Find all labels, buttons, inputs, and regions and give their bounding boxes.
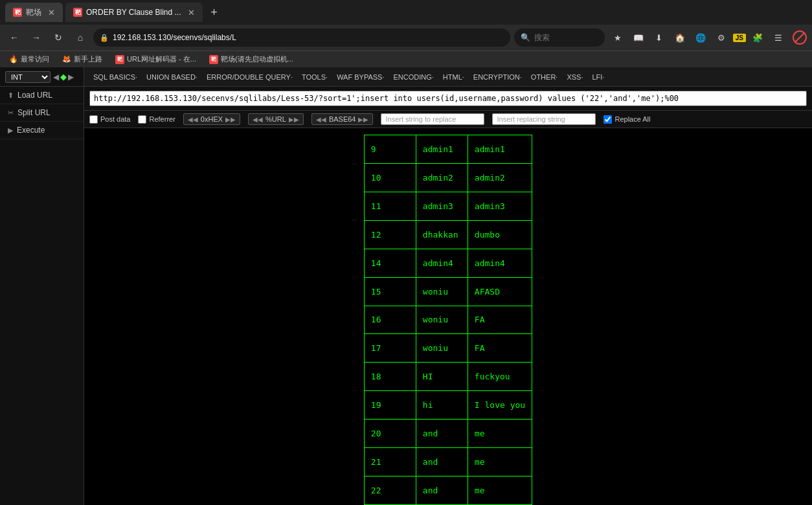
tab-1-close[interactable]: ✕	[48, 8, 55, 17]
tab-2[interactable]: 靶 ORDER BY Clause Blind ... ✕	[65, 3, 203, 22]
post-data-checkbox[interactable]	[89, 115, 98, 124]
type-select[interactable]: INT STRING BLIND	[5, 71, 51, 83]
toolbar-encoding[interactable]: ENCODING·	[390, 72, 438, 82]
table-row: 22andme	[364, 477, 532, 505]
blocked-icon	[793, 30, 807, 45]
toolbar-lfi[interactable]: LFI·	[588, 72, 608, 82]
tab-1-favicon: 靶	[13, 8, 22, 17]
nav-icons-right: ★ 📖 ⬇ 🏠 🌐 ⚙ JS 🧩 ☰	[609, 28, 807, 47]
table-row: 18HIfuckyou	[364, 363, 532, 391]
url-input[interactable]	[89, 91, 807, 106]
toolbar-xss[interactable]: XSS·	[563, 72, 587, 82]
toolbar-html[interactable]: HTML·	[439, 72, 468, 82]
table-cell-username: woniu	[416, 306, 468, 334]
table-cell-id: 14	[364, 249, 416, 277]
top-area: SQL BASICS· UNION BASED· ERROR/DOUBLE QU…	[84, 67, 812, 505]
table-row: 15woniuAFASD	[364, 277, 532, 306]
url-arrow-left: ◀◀	[253, 116, 263, 123]
execute-icon: ▶	[8, 126, 13, 135]
table-cell-password: me	[468, 420, 532, 448]
replace-all-checkbox[interactable]	[603, 115, 612, 124]
execute-area: Post data Referrer ◀◀ 0xHEX ▶▶ ◀◀ %URL ▶…	[84, 111, 812, 128]
bookmark-new-user[interactable]: 🦊 新手上路	[58, 53, 106, 65]
toolbar-sql-basics[interactable]: SQL BASICS·	[89, 72, 141, 82]
toolbar: SQL BASICS· UNION BASED· ERROR/DOUBLE QU…	[84, 67, 812, 87]
table-cell-password: admin1	[468, 135, 532, 164]
url-encode-btn[interactable]: ◀◀ %URL ▶▶	[248, 113, 304, 125]
table-cell-username: HI	[416, 363, 468, 391]
url-label: %URL	[265, 115, 286, 123]
bookmark-url-decoder[interactable]: 靶 URL网址解码器 - 在...	[111, 53, 200, 65]
table-cell-id: 16	[364, 306, 416, 334]
toolbar-tools[interactable]: TOOLS·	[298, 72, 332, 82]
replace-all-label: Replace All	[615, 115, 650, 123]
sidebar-arrows: ◀ ◆ ▶	[53, 72, 74, 82]
bookmarks-bar: 🔥 最常访问 🦊 新手上路 靶 URL网址解码器 - 在... 靶 靶场(请先启…	[0, 50, 812, 67]
bookmark-target-label: 靶场(请先启动虚拟机...	[221, 54, 293, 64]
referrer-checkbox-label[interactable]: Referrer	[138, 115, 175, 124]
toolbar-union-based[interactable]: UNION BASED·	[142, 72, 201, 82]
refresh-button[interactable]: ↻	[49, 28, 67, 47]
download-button[interactable]: ⬇	[650, 28, 668, 47]
load-url-icon: ⬆	[8, 91, 14, 100]
table-cell-password: me	[468, 477, 532, 505]
post-data-checkbox-label[interactable]: Post data	[89, 115, 130, 124]
base64-arrow-right: ▶▶	[358, 116, 368, 123]
diamond-icon: ◆	[60, 72, 67, 82]
forward-button[interactable]: →	[27, 28, 45, 47]
sidebar-item-split-url[interactable]: ✂ Split URL	[0, 104, 84, 122]
0xhex-arrow-right: ▶▶	[225, 116, 236, 123]
string-to-replace-input[interactable]	[381, 113, 484, 125]
tab-2-close[interactable]: ✕	[188, 8, 195, 17]
js-badge: JS	[733, 34, 746, 42]
sidebar-item-load-url-label: Load URL	[17, 91, 52, 100]
replace-all-checkbox-label[interactable]: Replace All	[603, 115, 650, 124]
sidebar-item-execute-label: Execute	[17, 126, 45, 135]
table-cell-password: admin2	[468, 163, 532, 192]
star-button[interactable]: ★	[609, 28, 627, 47]
table-cell-password: FA	[468, 334, 532, 363]
settings-button[interactable]: ⚙	[712, 28, 730, 47]
globe-button[interactable]: 🌐	[692, 28, 710, 47]
table-row: 9admin1admin1	[364, 135, 532, 164]
arrow-right[interactable]: ▶	[68, 72, 74, 82]
table-cell-id: 15	[364, 277, 416, 306]
home-button[interactable]: ⌂	[71, 28, 89, 47]
table-row: 20andme	[364, 420, 532, 448]
base64-encode-btn[interactable]: ◀◀ BASE64 ▶▶	[311, 113, 374, 125]
toolbar-other[interactable]: OTHER·	[527, 72, 562, 82]
table-cell-password: admin4	[468, 249, 532, 277]
new-tab-button[interactable]: +	[205, 3, 223, 21]
table-row: 21andme	[364, 448, 532, 477]
menu-button[interactable]: ☰	[769, 28, 787, 47]
table-row: 12dhakkandumbo	[364, 220, 532, 249]
toolbar-error-double[interactable]: ERROR/DOUBLE QUERY·	[203, 72, 297, 82]
tab-1[interactable]: 靶 靶场 ✕	[5, 3, 63, 22]
url-area	[84, 87, 812, 111]
bookmark-new-user-icon: 🦊	[62, 55, 71, 63]
toolbar-encryption[interactable]: ENCRYPTION·	[469, 72, 526, 82]
arrow-left[interactable]: ◀	[53, 72, 59, 82]
bookmark-most-visited[interactable]: 🔥 最常访问	[5, 53, 53, 65]
table-cell-id: 18	[364, 363, 416, 391]
tab-bar: 靶 靶场 ✕ 靶 ORDER BY Clause Blind ... ✕ +	[0, 0, 812, 25]
sidebar-item-load-url[interactable]: ⬆ Load URL	[0, 87, 84, 104]
sidebar-item-execute[interactable]: ▶ Execute	[0, 122, 84, 139]
address-input[interactable]	[113, 33, 504, 42]
search-bar-container: 🔍	[514, 28, 605, 47]
table-cell-password: FA	[468, 306, 532, 334]
bookmark-new-user-label: 新手上路	[74, 54, 102, 64]
tab-2-label: ORDER BY Clause Blind ...	[86, 8, 181, 17]
home-nav-button[interactable]: 🏠	[671, 28, 689, 47]
search-icon: 🔍	[521, 33, 530, 42]
replacing-string-input[interactable]	[492, 113, 596, 125]
0xhex-encode-btn[interactable]: ◀◀ 0xHEX ▶▶	[183, 113, 240, 125]
table-cell-username: dhakkan	[416, 220, 468, 249]
table-cell-username: woniu	[416, 334, 468, 363]
extensions-button[interactable]: 🧩	[749, 28, 767, 47]
toolbar-waf-bypass[interactable]: WAF BYPASS·	[333, 72, 388, 82]
referrer-checkbox[interactable]	[138, 115, 146, 124]
bookmark-target[interactable]: 靶 靶场(请先启动虚拟机...	[205, 53, 297, 65]
back-button[interactable]: ←	[5, 28, 23, 47]
bookmark-button[interactable]: 📖	[629, 28, 648, 47]
